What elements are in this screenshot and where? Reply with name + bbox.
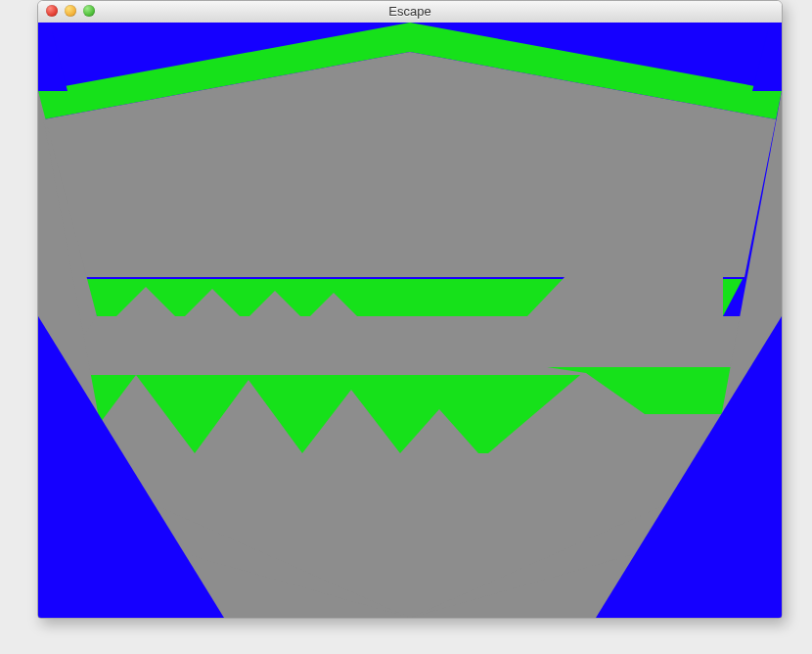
scene-canvas: [38, 23, 782, 618]
game-viewport[interactable]: [38, 23, 782, 618]
app-window: Escape: [37, 0, 783, 619]
titlebar[interactable]: Escape: [38, 1, 782, 23]
window-title: Escape: [38, 1, 782, 23]
mid-wall: [58, 316, 762, 375]
